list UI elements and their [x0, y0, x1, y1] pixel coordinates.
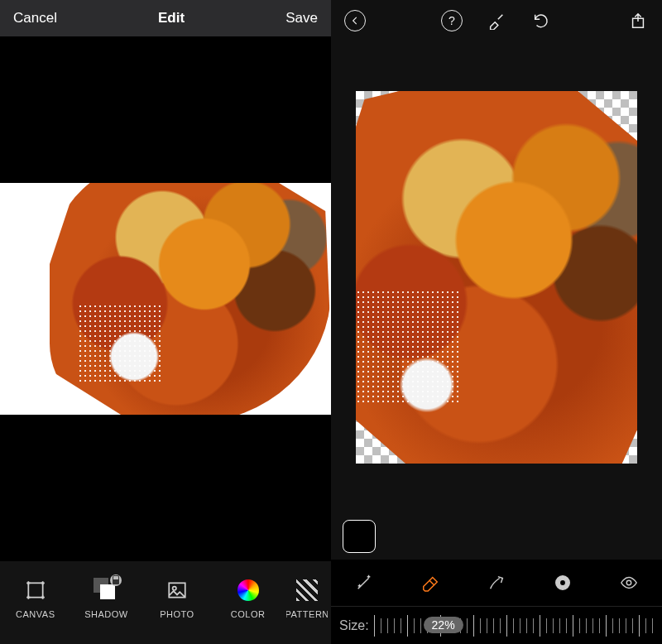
- right-header-group: ?: [441, 10, 552, 31]
- svg-point-6: [626, 580, 631, 585]
- eraser-tool[interactable]: [420, 572, 441, 594]
- back-button[interactable]: [344, 10, 366, 31]
- svg-rect-0: [28, 583, 42, 597]
- tool-pattern[interactable]: PATTERN: [286, 578, 328, 619]
- right-bottom-toolbar: [331, 560, 662, 606]
- tool-canvas[interactable]: CANVAS: [3, 578, 68, 619]
- left-canvas-area[interactable]: [0, 36, 331, 561]
- size-value-bubble: 22%: [424, 617, 463, 633]
- tool-color[interactable]: COLOR: [216, 578, 281, 619]
- cancel-button[interactable]: Cancel: [13, 10, 57, 26]
- subject-image: [356, 91, 637, 464]
- color-swatch[interactable]: [343, 520, 376, 553]
- help-button[interactable]: ?: [441, 10, 463, 31]
- share-button[interactable]: [627, 10, 649, 31]
- lock-icon: [110, 574, 122, 586]
- subject-image: [50, 183, 331, 415]
- svg-point-2: [173, 587, 176, 590]
- tool-label: SHADOW: [84, 609, 128, 619]
- left-bottom-toolbar: CANVAS SHADOW PHOTO COLOR PATTERN: [0, 561, 331, 644]
- canvas-white-background: [0, 183, 331, 415]
- tool-label: PHOTO: [160, 609, 194, 619]
- tool-shadow[interactable]: SHADOW: [74, 578, 138, 619]
- right-header: ?: [331, 0, 662, 41]
- tool-label: PATTERN: [286, 609, 328, 619]
- swatch-row: [331, 513, 662, 560]
- size-ruler-slider[interactable]: 22%: [374, 613, 654, 638]
- left-editor-pane: Cancel Edit Save CANVAS SHADOW PHOTO: [0, 0, 331, 644]
- brush-clean-button[interactable]: [486, 10, 507, 31]
- edit-title: Edit: [158, 10, 185, 26]
- photo-icon: [165, 578, 189, 603]
- restore-brush-tool[interactable]: [486, 572, 507, 594]
- tool-label: COLOR: [231, 609, 266, 619]
- preview-eye-tool[interactable]: [618, 572, 640, 594]
- tool-label: CANVAS: [16, 609, 55, 619]
- canvas-frame-icon: [23, 578, 48, 603]
- magic-wand-tool[interactable]: [353, 572, 375, 594]
- save-button[interactable]: Save: [285, 10, 318, 26]
- right-editor-pane: ?: [331, 0, 662, 644]
- size-slider-row: Size: 22%: [331, 606, 662, 644]
- size-label: Size:: [339, 618, 369, 633]
- pattern-stripes-icon: [295, 578, 319, 603]
- svg-point-5: [559, 579, 565, 585]
- target-tool[interactable]: [552, 572, 573, 594]
- right-canvas-area[interactable]: [331, 41, 662, 513]
- left-header: Cancel Edit Save: [0, 0, 331, 36]
- undo-button[interactable]: [530, 10, 552, 31]
- color-wheel-icon: [236, 578, 261, 603]
- tool-photo[interactable]: PHOTO: [145, 578, 209, 619]
- transparency-checker-canvas: [356, 91, 637, 464]
- shadow-layers-icon: [94, 578, 118, 603]
